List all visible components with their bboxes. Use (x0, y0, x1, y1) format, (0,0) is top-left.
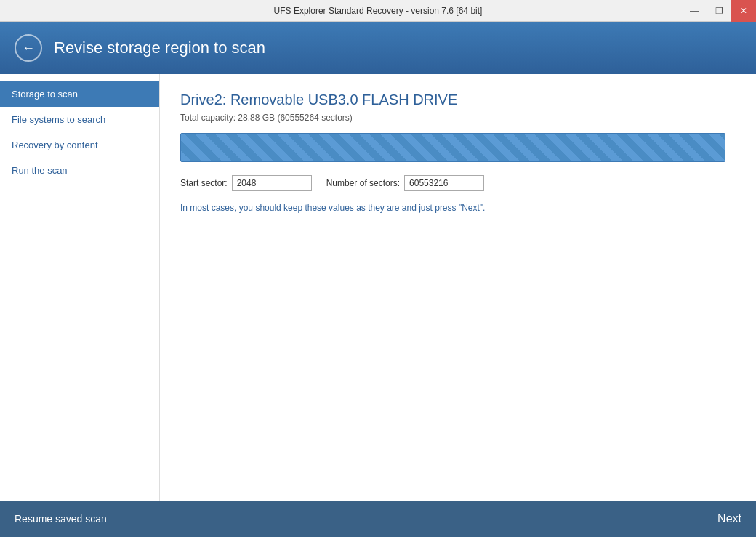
window-title: UFS Explorer Standard Recovery - version… (274, 6, 483, 16)
hint-link: "Next" (459, 203, 483, 213)
restore-button[interactable]: ❐ (707, 0, 731, 22)
sidebar-item-run-scan[interactable]: Run the scan (0, 158, 159, 183)
hint-prefix: In most cases, you should keep these val… (180, 203, 459, 213)
minimize-button[interactable]: — (682, 0, 707, 22)
drive-title: Drive2: Removable USB3.0 FLASH DRIVE (180, 92, 736, 108)
footer: Resume saved scan Next (0, 501, 756, 537)
content-area: Drive2: Removable USB3.0 FLASH DRIVE Tot… (160, 74, 756, 501)
main-layout: Storage to scan File systems to search R… (0, 74, 756, 501)
drive-capacity: Total capacity: 28.88 GB (60555264 secto… (180, 113, 736, 123)
wizard-header: ← Revise storage region to scan (0, 22, 756, 74)
wizard-title: Revise storage region to scan (54, 39, 265, 57)
sectors-count-input[interactable] (404, 175, 484, 191)
sector-row: Start sector: Number of sectors: (180, 175, 736, 191)
close-button[interactable]: ✕ (731, 0, 756, 22)
resume-saved-scan-button[interactable]: Resume saved scan (15, 513, 107, 525)
sidebar-item-storage-to-scan[interactable]: Storage to scan (0, 81, 159, 107)
hint-suffix: . (483, 203, 485, 213)
sidebar-item-recovery-by-content[interactable]: Recovery by content (0, 132, 159, 158)
next-button[interactable]: Next (717, 512, 741, 525)
back-button[interactable]: ← (15, 34, 42, 62)
drive-bar (180, 133, 725, 162)
sectors-count-label: Number of sectors: (326, 178, 400, 188)
sectors-count-group: Number of sectors: (326, 175, 484, 191)
sidebar: Storage to scan File systems to search R… (0, 74, 160, 501)
start-sector-group: Start sector: (180, 175, 312, 191)
start-sector-input[interactable] (232, 175, 312, 191)
window-controls: — ❐ ✕ (682, 0, 756, 22)
hint-text: In most cases, you should keep these val… (180, 203, 736, 213)
titlebar: UFS Explorer Standard Recovery - version… (0, 0, 756, 22)
sidebar-item-file-systems[interactable]: File systems to search (0, 107, 159, 132)
start-sector-label: Start sector: (180, 178, 228, 188)
